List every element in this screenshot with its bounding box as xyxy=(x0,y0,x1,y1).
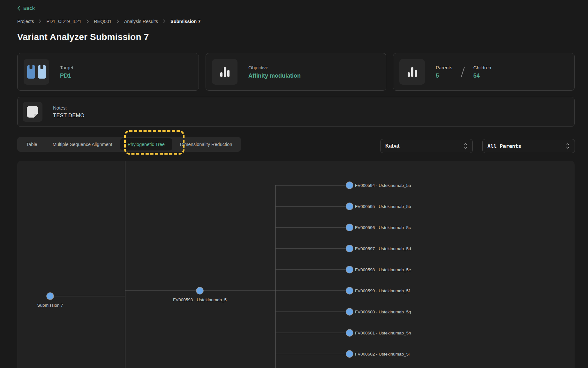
target-card: Target PD1 xyxy=(17,53,199,91)
tree-node[interactable] xyxy=(346,308,353,315)
chevron-right-icon xyxy=(117,19,119,24)
tab-multiple-sequence-alignment[interactable]: Multiple Sequence Alignment xyxy=(45,138,120,150)
breadcrumb-item-projects[interactable]: Projects xyxy=(17,19,34,24)
tree-root-label: Submission 7 xyxy=(37,303,63,308)
tree-node-label: FV000601 - Ustekinumab_5h xyxy=(355,331,411,335)
summary-cards: Target PD1 Objective Affinity modulation… xyxy=(17,53,575,91)
tree-node[interactable] xyxy=(346,287,353,294)
notes-value: TEST DEMO xyxy=(53,112,85,119)
tree-node-label: FV000595 - Ustekinumab_5b xyxy=(355,204,411,209)
target-label: Target xyxy=(60,65,73,70)
tree-node[interactable] xyxy=(47,293,54,300)
tree-node[interactable] xyxy=(346,224,353,231)
tree-node[interactable] xyxy=(346,245,353,252)
back-label: Back xyxy=(23,5,35,11)
chevron-left-icon xyxy=(17,6,20,11)
chevron-up-down-icon xyxy=(464,143,468,149)
breadcrumb-item-submission: Submission 7 xyxy=(170,19,200,24)
phylogenetic-tree-panel: FV000594 - Ustekinumab_5aFV000595 - Uste… xyxy=(17,161,575,368)
tree-node-label: FV000598 - Ustekinumab_5e xyxy=(355,267,411,272)
breadcrumb-item-analysis-results[interactable]: Analysis Results xyxy=(124,19,158,24)
notes-icon-box xyxy=(23,102,42,122)
chevron-up-down-icon xyxy=(566,143,570,149)
parents-label: Parents xyxy=(436,65,452,70)
objective-label: Objective xyxy=(248,65,301,70)
tree-node-label: FV000599 - Ustekinumab_5f xyxy=(355,288,410,293)
tree-node[interactable] xyxy=(196,287,203,294)
phylogenetic-tree-svg: FV000594 - Ustekinumab_5aFV000595 - Uste… xyxy=(17,161,575,368)
tree-node[interactable] xyxy=(346,266,353,273)
children-label: Children xyxy=(473,65,491,70)
tree-node-label: FV000597 - Ustekinumab_5d xyxy=(355,246,411,251)
tree-node[interactable] xyxy=(346,182,353,189)
notes-card: Notes: TEST DEMO xyxy=(17,97,575,127)
objective-icon-box xyxy=(212,59,237,85)
tree-node-label: FV000600 - Ustekinumab_5g xyxy=(355,310,411,314)
target-icon-box xyxy=(24,59,49,85)
tree-node-label: FV000602 - Ustekinumab_5i xyxy=(355,352,410,356)
page-title: Variant Analyzer Submission 7 xyxy=(17,32,149,42)
parent-filter-select[interactable]: All Parents xyxy=(482,139,575,153)
target-value: PD1 xyxy=(60,73,73,79)
note-icon xyxy=(27,106,38,118)
view-tab-bar: Table Multiple Sequence Alignment Phylog… xyxy=(17,137,241,152)
numbering-scheme-value: Kabat xyxy=(385,143,399,149)
children-value: 54 xyxy=(473,73,491,79)
tab-dimensionality-reduction[interactable]: Dimensionality Reduction xyxy=(173,138,240,150)
tree-node[interactable] xyxy=(346,350,353,357)
breadcrumb-item-project[interactable]: PD1_CD19_IL21 xyxy=(46,19,81,24)
tab-phylogenetic-tree[interactable]: Phylogenetic Tree xyxy=(120,138,172,150)
breadcrumb-item-request[interactable]: REQ001 xyxy=(94,19,112,24)
tree-node-label: FV000594 - Ustekinumab_5a xyxy=(355,183,411,188)
bar-chart-icon xyxy=(408,67,417,77)
lineage-icon-box xyxy=(399,59,425,85)
parent-filter-value: All Parents xyxy=(487,143,521,149)
objective-value: Affinity modulation xyxy=(248,73,301,79)
slash-divider xyxy=(461,67,465,77)
tree-parent-label: FV000593 - Ustekinumab_5 xyxy=(173,297,227,302)
tab-table[interactable]: Table xyxy=(19,138,45,150)
lineage-card: Parents 5 Children 54 xyxy=(393,53,575,91)
breadcrumb: Projects PD1_CD19_IL21 REQ001 Analysis R… xyxy=(17,19,200,24)
parents-value: 5 xyxy=(436,73,452,79)
chevron-right-icon xyxy=(163,19,166,24)
back-button[interactable]: Back xyxy=(17,5,35,11)
tree-node-label: FV000596 - Ustekinumab_5c xyxy=(355,225,411,230)
tree-node[interactable] xyxy=(346,329,353,336)
bar-chart-icon xyxy=(220,67,230,77)
chevron-right-icon xyxy=(86,19,89,24)
target-icon xyxy=(27,65,46,79)
chevron-right-icon xyxy=(39,19,41,24)
notes-label: Notes: xyxy=(53,105,85,111)
numbering-scheme-select[interactable]: Kabat xyxy=(380,139,473,153)
objective-card: Objective Affinity modulation xyxy=(206,53,386,91)
tree-node[interactable] xyxy=(346,203,353,210)
